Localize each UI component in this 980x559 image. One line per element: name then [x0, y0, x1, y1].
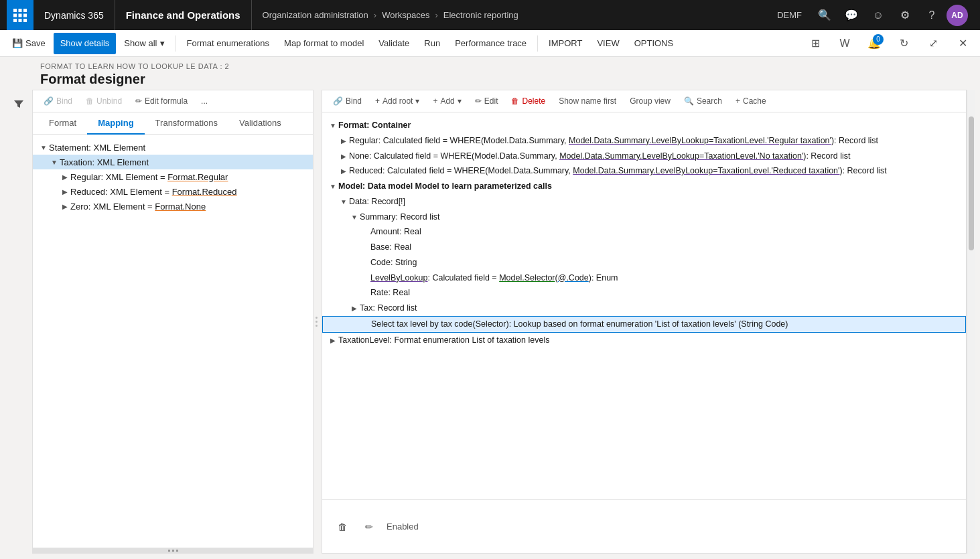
show-all-button[interactable]: Show all ▾ — [117, 33, 171, 54]
m-toggle-summary: ▼ — [349, 211, 360, 222]
m-label-reduced-cf: Reduced: Calculated field = WHERE(Model.… — [349, 165, 961, 177]
add-root-button[interactable]: + Add root ▾ — [370, 94, 425, 108]
m-label-selector: Select tax level by tax code(Selector): … — [371, 318, 960, 331]
add-root-chevron: ▾ — [415, 96, 419, 106]
tab-validations[interactable]: Validations — [228, 112, 292, 135]
m-label-rate: Rate: Real — [370, 287, 961, 299]
breadcrumb-org[interactable]: Organization administration — [263, 10, 368, 20]
more-button[interactable]: ... — [196, 94, 213, 108]
edit-formula-button[interactable]: ✏ Edit formula — [130, 94, 193, 108]
mapping-bind-button[interactable]: 🔗 Bind — [328, 94, 367, 108]
resize-dots — [316, 317, 318, 327]
m-node-summary[interactable]: ▼ Summary: Record list — [322, 210, 966, 225]
edit-button[interactable]: ✏ Edit — [470, 94, 504, 108]
settings-face-icon[interactable]: ☺ — [866, 3, 890, 27]
app-grid-icon[interactable] — [7, 0, 33, 30]
map-format-to-model-button[interactable]: Map format to model — [277, 33, 370, 54]
cache-button[interactable]: + Cache — [730, 94, 772, 108]
user-avatar[interactable]: AD — [947, 5, 968, 26]
edit-icon: ✏ — [475, 96, 482, 106]
word-icon[interactable]: W — [833, 31, 857, 56]
vertical-scrollbar[interactable] — [967, 90, 975, 554]
m-toggle-regular-cf: ▶ — [338, 135, 349, 146]
tab-bar: Format Mapping Transformations Validatio… — [33, 112, 313, 135]
tree-node-statement[interactable]: ▼ Statement: XML Element — [33, 140, 313, 155]
options-button[interactable]: OPTIONS — [628, 33, 681, 54]
run-button[interactable]: Run — [417, 33, 447, 54]
filter-icon[interactable] — [9, 95, 28, 114]
tree-node-reduced[interactable]: ▶ Reduced: XML Element = Format.Reduced — [33, 184, 313, 199]
m-label-regular-cf: Regular: Calculated field = WHERE(Model.… — [349, 135, 961, 147]
unbind-button[interactable]: 🗑 Unbind — [80, 94, 127, 108]
m-node-reduced-cf[interactable]: ▶ Reduced: Calculated field = WHERE(Mode… — [322, 163, 966, 179]
add-root-icon: + — [375, 96, 380, 106]
m-label-levelbylookup: LevelByLookup: Calculated field = Model.… — [370, 272, 961, 285]
refresh-icon[interactable]: ↻ — [892, 31, 916, 56]
group-view-button[interactable]: Group view — [624, 94, 676, 108]
main-area: 🔗 Bind 🗑 Unbind ✏ Edit formula ... Forma… — [5, 90, 975, 554]
page-content: FORMAT TO LEARN HOW TO LOOKUP LE DATA : … — [0, 57, 980, 559]
add-button[interactable]: + Add ▾ — [427, 94, 466, 108]
m-node-selector[interactable]: Select tax level by tax code(Selector): … — [322, 316, 966, 333]
gear-icon[interactable]: ⚙ — [893, 3, 917, 27]
show-all-chevron: ▾ — [160, 38, 165, 48]
tree-label-zero: Zero: XML Element = Format.None — [70, 202, 307, 212]
breadcrumb-workspaces[interactable]: Workspaces — [382, 10, 429, 20]
m-node-none-cf[interactable]: ▶ None: Calculated field = WHERE(Model.D… — [322, 149, 966, 164]
m-node-rate[interactable]: Rate: Real — [322, 285, 966, 301]
app-name-label: Finance and Operations — [115, 0, 252, 30]
tree-node-regular[interactable]: ▶ Regular: XML Element = Format.Regular — [33, 169, 313, 184]
resize-handle-horizontal[interactable] — [33, 548, 313, 553]
svg-rect-1 — [19, 9, 22, 12]
toolbar-separator1 — [176, 35, 176, 52]
nav-icon-wrap: ⊞ — [803, 31, 827, 56]
notification-badge: 0 — [873, 34, 884, 45]
delete-button[interactable]: 🗑 Delete — [506, 94, 551, 108]
delete-icon: 🗑 — [511, 96, 519, 106]
level-model: Model.Selector — [499, 273, 555, 283]
m-node-format-container[interactable]: ▼ Format: Container — [322, 118, 966, 133]
tab-mapping[interactable]: Mapping — [87, 112, 144, 135]
m-node-taxationlevel[interactable]: ▶ TaxationLevel: Format enumeration List… — [322, 333, 966, 348]
toolbar-separator2 — [537, 35, 538, 52]
m-node-base[interactable]: Base: Real — [322, 240, 966, 255]
import-button[interactable]: IMPORT — [542, 33, 589, 54]
format-enumerations-button[interactable]: Format enumerations — [180, 33, 277, 54]
tree-node-taxation[interactable]: ▼ Taxation: XML Element — [33, 155, 313, 169]
m-node-regular-cf[interactable]: ▶ Regular: Calculated field = WHERE(Mode… — [322, 133, 966, 149]
m-node-tax[interactable]: ▶ Tax: Record list — [322, 301, 966, 316]
bottom-delete-btn[interactable]: 🗑 — [333, 517, 352, 536]
view-button[interactable]: VIEW — [590, 33, 626, 54]
secondary-toolbar: 💾 Save Show details Show all ▾ Format en… — [0, 30, 980, 57]
search-button[interactable]: 🔍 Search — [679, 94, 727, 108]
tab-transformations[interactable]: Transformations — [145, 112, 228, 135]
m-node-levelbylookup[interactable]: LevelByLookup: Calculated field = Model.… — [322, 270, 966, 286]
close-icon[interactable]: ✕ — [951, 31, 975, 56]
layout-icon[interactable]: ⊞ — [803, 31, 827, 56]
m-node-amount[interactable]: Amount: Real — [322, 224, 966, 240]
help-icon[interactable]: ? — [920, 3, 944, 27]
m-node-model[interactable]: ▼ Model: Data model Model to learn param… — [322, 179, 966, 194]
search-nav-icon[interactable]: 🔍 — [813, 3, 837, 27]
m-node-code[interactable]: Code: String — [322, 255, 966, 270]
breadcrumb-er[interactable]: Electronic reporting — [443, 10, 518, 20]
tree-node-zero[interactable]: ▶ Zero: XML Element = Format.None — [33, 199, 313, 214]
m-node-data[interactable]: ▼ Data: Record[!] — [322, 194, 966, 210]
svg-rect-8 — [23, 19, 27, 22]
svg-rect-0 — [13, 9, 17, 12]
expand-icon[interactable]: ⤢ — [921, 31, 945, 56]
dynamics365-label[interactable]: Dynamics 365 — [33, 0, 115, 30]
m-label-base: Base: Real — [370, 241, 961, 254]
tab-format[interactable]: Format — [38, 112, 87, 135]
svg-rect-6 — [13, 19, 17, 22]
bottom-edit-btn[interactable]: ✏ — [360, 517, 378, 536]
save-button[interactable]: 💾 Save — [5, 33, 52, 54]
chat-icon[interactable]: 💬 — [839, 3, 863, 27]
show-name-first-button[interactable]: Show name first — [553, 94, 622, 108]
zero-formula: Format.None — [155, 202, 206, 212]
bind-button[interactable]: 🔗 Bind — [38, 94, 78, 108]
show-details-button[interactable]: Show details — [54, 33, 117, 54]
validate-button[interactable]: Validate — [372, 33, 416, 54]
resize-handle-vertical[interactable] — [313, 90, 319, 554]
performance-trace-button[interactable]: Performance trace — [448, 33, 533, 54]
